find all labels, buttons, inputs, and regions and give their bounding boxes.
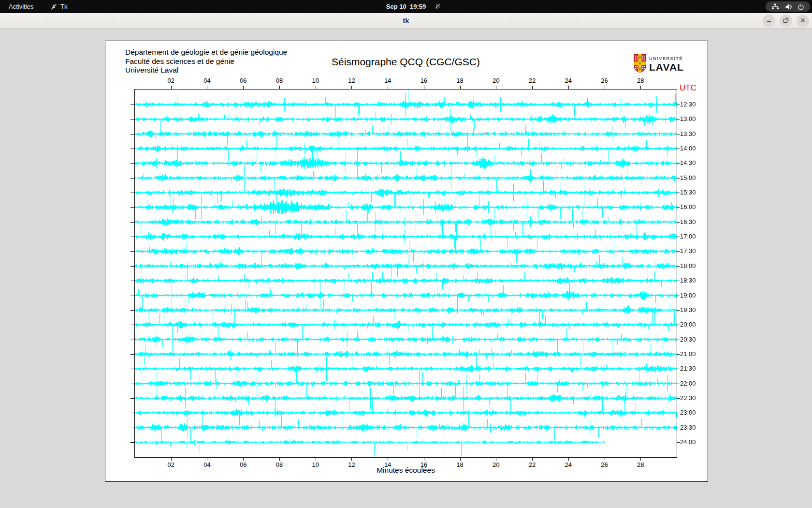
row-tick-right [677, 384, 680, 384]
x-axis-tick-top [532, 86, 533, 89]
utc-time-label: 13:30 [680, 130, 696, 138]
x-axis-tick-label-top: 22 [524, 77, 540, 84]
row-tick-left [130, 163, 134, 164]
row-tick-right [677, 237, 680, 237]
row-tick-right [677, 442, 680, 443]
utc-time-label: 14:30 [680, 159, 696, 167]
x-axis-tick-top [460, 86, 461, 89]
x-axis-tick-label-top: 10 [307, 77, 324, 84]
x-axis-tick-label-top: 24 [560, 77, 577, 84]
row-tick-right [677, 428, 680, 428]
notifications-muted-icon [434, 3, 441, 10]
utc-axis-label: UTC [680, 83, 696, 93]
utc-time-label: 23:00 [680, 409, 696, 417]
row-tick-right [677, 266, 680, 267]
utc-time-label: 16:30 [680, 218, 696, 226]
x-axis-tick-label-top: 18 [452, 77, 468, 84]
x-axis-tick-bottom [279, 457, 280, 461]
x-axis-tick-bottom [351, 457, 352, 461]
x-axis-tick-bottom [532, 457, 533, 461]
tk-icon [50, 3, 57, 10]
gnome-top-bar: Activities Tk Sep 10 19:59 [0, 0, 812, 13]
x-axis-tick-label-top: 08 [271, 77, 288, 84]
laval-shield-icon [634, 54, 646, 75]
row-tick-right [677, 354, 680, 355]
x-axis-tick-bottom [496, 457, 496, 461]
row-tick-left [130, 442, 134, 443]
x-axis-tick-label-top: 02 [163, 77, 179, 84]
row-tick-left [130, 354, 134, 355]
clock-button[interactable]: Sep 10 19:59 [386, 0, 426, 13]
x-axis-title: Minutes écoulées [135, 466, 677, 475]
x-axis-tick-bottom [640, 457, 641, 461]
restore-icon [783, 16, 789, 25]
volume-icon [785, 3, 792, 10]
row-tick-right [677, 398, 680, 399]
utc-time-label: 15:00 [680, 174, 696, 182]
logo-word-laval: LAVAL [649, 62, 684, 72]
maximize-button[interactable] [780, 15, 792, 27]
utc-time-label: 18:30 [680, 277, 696, 284]
row-tick-left [130, 149, 134, 149]
x-axis-tick-label-top: 14 [379, 77, 396, 84]
row-tick-right [677, 310, 680, 311]
row-tick-left [130, 178, 134, 179]
row-tick-right [677, 251, 680, 252]
row-tick-right [677, 281, 680, 281]
x-axis-tick-bottom [388, 457, 388, 461]
x-axis-tick-label-top: 04 [199, 77, 215, 84]
x-axis-tick-top [207, 86, 207, 89]
row-tick-left [130, 105, 134, 105]
x-axis-tick-top [351, 86, 352, 89]
x-axis-tick-label-top: 06 [235, 77, 251, 84]
x-axis-tick-top [243, 86, 244, 89]
row-tick-right [677, 178, 680, 179]
x-axis-tick-top [496, 86, 496, 89]
utc-time-label: 13:00 [680, 115, 696, 123]
universite-laval-logo: UNIVERSITÉ LAVAL [634, 54, 684, 75]
tk-taskbar-item[interactable]: Tk [50, 0, 67, 13]
x-axis-tick-bottom [171, 457, 172, 461]
x-axis-tick-bottom [243, 457, 244, 461]
utc-time-label: 16:00 [680, 203, 696, 211]
x-axis-tick-top [568, 86, 569, 89]
row-tick-left [130, 222, 134, 223]
x-axis-tick-label-top: 28 [632, 77, 649, 84]
utc-time-label: 24:00 [680, 438, 696, 446]
row-tick-left [130, 398, 134, 399]
x-axis-tick-bottom [605, 457, 605, 461]
utc-time-label: 14:00 [680, 145, 696, 152]
utc-time-label: 18:00 [680, 262, 696, 270]
activities-button[interactable]: Activities [5, 0, 37, 13]
row-tick-right [677, 296, 680, 296]
row-tick-right [677, 105, 680, 105]
minimize-button[interactable] [763, 15, 775, 27]
utc-time-label: 19:00 [680, 292, 696, 299]
logo-word-universite: UNIVERSITÉ [649, 57, 684, 61]
utc-time-label: 21:30 [680, 365, 696, 373]
x-axis-tick-top [316, 86, 316, 89]
system-tray-button[interactable] [766, 1, 810, 12]
utc-time-label: 22:00 [680, 380, 696, 388]
utc-time-label: 23:30 [680, 424, 696, 432]
x-axis-tick-label-top: 12 [343, 77, 360, 84]
window-titlebar[interactable]: tk [0, 13, 812, 29]
row-tick-left [130, 193, 134, 193]
x-axis-tick-top [388, 86, 388, 89]
seismogram-plot-area: UTC 020204040606080810101212141416161818… [135, 90, 677, 457]
row-tick-right [677, 325, 680, 325]
x-axis-tick-bottom [424, 457, 424, 461]
row-tick-right [677, 134, 680, 134]
network-icon [771, 3, 779, 10]
row-tick-right [677, 193, 680, 193]
row-tick-right [677, 222, 680, 223]
row-tick-left [130, 207, 134, 208]
tk-app-label: Tk [60, 3, 67, 10]
row-tick-right [677, 149, 680, 149]
row-tick-left [130, 384, 134, 384]
utc-time-label: 21:00 [680, 350, 696, 358]
row-tick-left [130, 428, 134, 428]
utc-time-label: 19:30 [680, 306, 696, 314]
utc-time-label: 17:00 [680, 233, 696, 240]
close-button[interactable] [797, 15, 809, 27]
